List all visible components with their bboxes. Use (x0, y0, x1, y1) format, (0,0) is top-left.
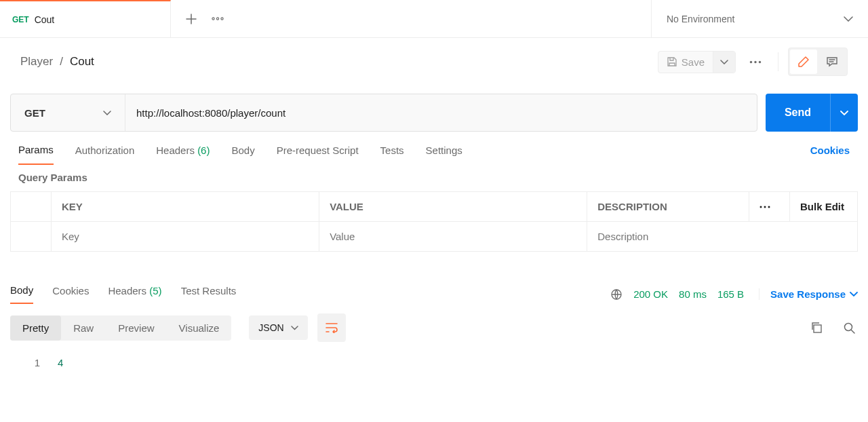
request-tabs: Params Authorization Headers (6) Body Pr… (10, 132, 858, 165)
svg-point-0 (212, 18, 214, 20)
response-panel: Body Cookies Headers (5) Test Results 20… (10, 284, 858, 374)
pretty-button[interactable]: Pretty (10, 315, 61, 341)
tab-params[interactable]: Params (18, 144, 54, 165)
params-table: KEY VALUE DESCRIPTION Bulk Edit (10, 191, 858, 252)
wrap-lines-button[interactable] (317, 313, 346, 342)
table-row (11, 222, 858, 252)
method-value: GET (24, 107, 45, 119)
chevron-down-icon (850, 292, 858, 296)
method-url-group: GET (10, 94, 757, 132)
key-input[interactable] (62, 231, 309, 242)
response-tab-headers-count: (5) (149, 285, 161, 296)
pencil-icon (797, 56, 810, 68)
chevron-down-icon (844, 16, 853, 22)
response-tab-headers[interactable]: Headers (5) (108, 285, 161, 303)
tab-headers[interactable]: Headers (6) (156, 145, 210, 164)
url-input[interactable] (125, 94, 757, 131)
svg-point-1 (216, 18, 218, 20)
comments-button[interactable] (818, 50, 846, 74)
svg-point-7 (764, 206, 766, 208)
breadcrumb-parent[interactable]: Player (20, 55, 53, 69)
plus-icon (186, 14, 197, 24)
query-params-label: Query Params (10, 165, 858, 191)
format-selector[interactable]: JSON (249, 315, 307, 340)
tab-authorization[interactable]: Authorization (75, 145, 135, 164)
svg-point-5 (759, 60, 761, 62)
tab-prerequest[interactable]: Pre-request Script (277, 145, 359, 164)
tab-headers-label: Headers (156, 145, 195, 156)
tab-body[interactable]: Body (231, 145, 254, 164)
svg-point-11 (845, 324, 852, 331)
svg-point-2 (221, 18, 223, 20)
more-icon (212, 17, 224, 20)
save-response-button[interactable]: Save Response (759, 288, 858, 300)
chevron-down-icon (720, 60, 728, 64)
tab-name-label: Cout (35, 14, 55, 25)
tab-method-label: GET (12, 15, 29, 24)
tab-headers-count: (6) (197, 145, 210, 156)
save-button-label: Save (682, 56, 705, 68)
method-selector[interactable]: GET (11, 94, 125, 131)
request-toolbar: Player / Cout Save (0, 38, 868, 85)
checkbox-header (11, 192, 52, 222)
response-tab-body[interactable]: Body (10, 284, 33, 304)
cookies-link[interactable]: Cookies (810, 145, 850, 164)
svg-point-6 (760, 206, 762, 208)
response-content: 4 (58, 357, 63, 368)
copy-icon[interactable] (810, 322, 823, 334)
view-mode-segmented: Pretty Raw Preview Visualize (10, 315, 231, 341)
save-button[interactable]: Save (658, 52, 713, 73)
size-meta: 165 B (717, 288, 744, 300)
visualize-button[interactable]: Visualize (167, 315, 232, 341)
response-right-actions (810, 322, 858, 334)
response-toolbar: Pretty Raw Preview Visualize JSON (10, 304, 858, 351)
save-icon (667, 56, 677, 67)
comment-icon (826, 56, 838, 68)
row-checkbox[interactable] (11, 222, 52, 252)
breadcrumb: Player / Cout (20, 55, 94, 69)
status-meta: 200 OK (633, 288, 668, 300)
raw-button[interactable]: Raw (61, 315, 106, 341)
value-input[interactable] (330, 231, 576, 242)
value-header: VALUE (319, 192, 587, 222)
tab-settings[interactable]: Settings (426, 145, 462, 164)
chevron-down-icon (291, 326, 298, 330)
breadcrumb-current: Cout (70, 55, 94, 69)
globe-icon[interactable] (610, 288, 623, 301)
divider (778, 52, 778, 71)
response-tab-tests[interactable]: Test Results (181, 285, 237, 303)
save-response-label: Save Response (770, 288, 846, 300)
svg-point-4 (754, 60, 756, 62)
environment-label: No Environment (667, 14, 734, 24)
search-icon[interactable] (843, 322, 855, 334)
response-tabs: Body Cookies Headers (5) Test Results 20… (10, 284, 858, 304)
description-input[interactable] (597, 231, 847, 242)
tab-actions (171, 0, 239, 37)
bulk-edit-button[interactable]: Bulk Edit (790, 192, 858, 222)
time-meta: 80 ms (679, 288, 707, 300)
save-button-group: Save (658, 51, 736, 73)
tab-options-button[interactable] (212, 17, 224, 20)
response-body[interactable]: 1 4 (10, 351, 858, 374)
line-number: 1 (35, 357, 40, 368)
response-meta: 200 OK 80 ms 165 B Save Response (610, 288, 858, 301)
more-actions-button[interactable] (743, 49, 768, 75)
svg-point-3 (750, 60, 752, 62)
response-tab-cookies[interactable]: Cookies (52, 285, 89, 303)
format-label: JSON (258, 322, 283, 333)
wrap-icon (325, 322, 338, 333)
tab-bar: GET Cout No Environment (0, 0, 868, 38)
edit-button[interactable] (790, 50, 817, 74)
new-tab-button[interactable] (186, 14, 197, 24)
chevron-down-icon (840, 111, 848, 115)
save-dropdown-button[interactable] (713, 52, 735, 73)
tab-tests[interactable]: Tests (380, 145, 404, 164)
send-button-group: Send (766, 94, 858, 132)
send-button[interactable]: Send (766, 94, 831, 132)
send-dropdown-button[interactable] (831, 94, 858, 132)
preview-button[interactable]: Preview (106, 315, 166, 341)
environment-selector[interactable]: No Environment (651, 0, 868, 37)
request-tab-active[interactable]: GET Cout (0, 0, 171, 37)
svg-rect-10 (814, 325, 821, 332)
row-more-header[interactable] (749, 192, 790, 222)
